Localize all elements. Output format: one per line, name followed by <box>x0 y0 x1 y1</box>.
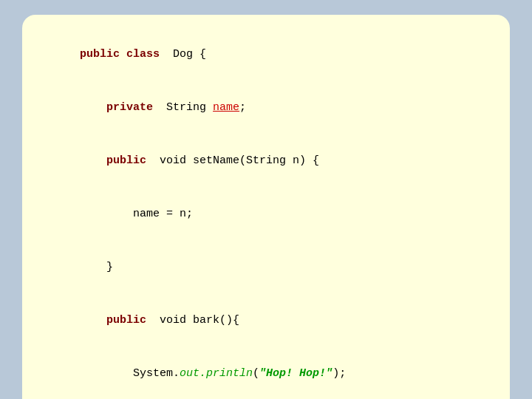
code-line-7: System.out.println("Hop! Hop!"); <box>40 347 492 399</box>
code-line-1: public class Dog { <box>40 28 492 81</box>
code-block: public class Dog { private String name; … <box>22 15 510 399</box>
code-line-6: public void bark(){ <box>40 294 492 347</box>
code-line-5: } <box>40 241 492 294</box>
code-line-2: private String name; <box>40 81 492 134</box>
code-line-4: name = n; <box>40 188 492 241</box>
main-container: public class Dog { private String name; … <box>0 0 532 399</box>
code-line-3: public void setName(String n) { <box>40 134 492 188</box>
